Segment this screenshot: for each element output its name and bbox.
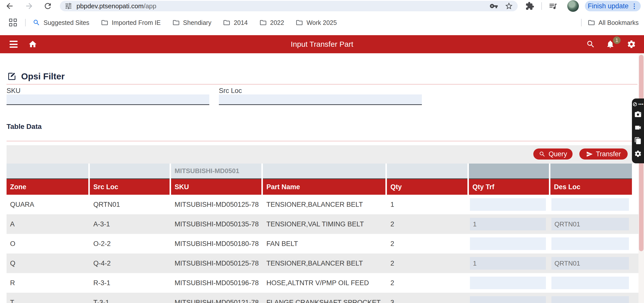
table-cell: T-3-1 (90, 293, 170, 303)
column-filter-input[interactable] (469, 164, 549, 179)
des-loc-input[interactable]: QRTN01 (551, 257, 629, 270)
screenshot-camera-icon[interactable] (634, 108, 642, 121)
site-settings-icon[interactable] (64, 2, 72, 10)
table-cell: MITSUBISHI-MD050135-78 (171, 214, 261, 234)
table-cell: TENSIONER,BALANCER BELT (263, 195, 385, 214)
sku-input[interactable] (7, 94, 209, 105)
table-row[interactable]: OO-2-2MITSUBISHI-MD050180-78FAN BELT2 (7, 234, 638, 254)
column-filter-input[interactable] (263, 164, 385, 179)
query-button-label: Query (549, 150, 567, 158)
table-cell: R (7, 273, 88, 293)
table-cell: MITSUBISHI-MD050125-78 (171, 195, 261, 214)
media-controls-icon[interactable] (548, 2, 557, 11)
table-cell: MITSUBISHI-MD050180-78 (171, 234, 261, 254)
bookmark-item[interactable]: Suggested Sites (33, 19, 89, 26)
column-header[interactable]: Des Loc (550, 179, 632, 195)
qty-trf-input[interactable] (470, 198, 546, 211)
bookmark-item[interactable]: Imported From IE (101, 19, 161, 26)
forward-icon[interactable] (25, 2, 34, 11)
bookmark-label: Work 2025 (306, 19, 337, 26)
column-header[interactable]: SKU (171, 179, 261, 195)
password-key-icon[interactable] (490, 2, 498, 10)
bookmark-items: Suggested SitesImported From IEShendiary… (33, 12, 337, 33)
qty-trf-input[interactable]: 1 (470, 218, 546, 230)
table-cell: HOSE,ALTNTR V/PMP OIL FEED (263, 273, 385, 293)
folder-icon (259, 19, 267, 26)
column-filter-input[interactable] (7, 164, 88, 179)
bookmark-item[interactable]: Work 2025 (296, 19, 337, 26)
search-icon[interactable] (586, 40, 595, 49)
qty-trf-input[interactable] (470, 277, 546, 289)
table-cell: 2 (387, 254, 467, 273)
bookmark-label: Imported From IE (112, 19, 161, 26)
column-filter-input[interactable] (387, 164, 467, 179)
copy-pages-icon[interactable] (634, 134, 642, 147)
table-cell: T (7, 293, 88, 303)
table-cell: A (7, 214, 88, 234)
settings-gear-icon[interactable] (627, 40, 636, 49)
bookmark-item[interactable]: Shendiary (172, 19, 212, 26)
address-bar[interactable]: pbpdev.ptsenopati.com/app (60, 1, 518, 11)
table-row[interactable]: QQ-4-2MITSUBISHI-MD050125-78TENSIONER,BA… (7, 254, 638, 273)
des-loc-input[interactable] (551, 237, 629, 250)
transfer-button[interactable]: Transfer (579, 148, 628, 160)
column-filter-input[interactable]: MITSUBISHI-MD0501 (171, 164, 261, 179)
back-icon[interactable] (5, 2, 14, 11)
all-bookmarks-button[interactable]: All Bookmarks (588, 12, 639, 33)
table-cell: O-2-2 (90, 234, 170, 254)
bookmark-item[interactable]: 2014 (223, 19, 248, 26)
des-loc-input[interactable] (551, 198, 629, 211)
query-button[interactable]: Query (533, 148, 573, 160)
srcloc-field-label: Src Loc (219, 87, 242, 95)
table-cell: FLANGE.CRANKSHAFT SPROCKET (263, 293, 385, 303)
table-cell: FAN BELT (263, 234, 385, 254)
table-row[interactable]: RR-3-1MITSUBISHI-MD050196-78HOSE,ALTNTR … (7, 273, 638, 293)
bookmark-star-icon[interactable] (505, 2, 513, 10)
menu-hamburger-icon[interactable] (10, 41, 18, 48)
column-filter-input[interactable] (90, 164, 170, 179)
profile-avatar[interactable] (567, 0, 579, 12)
des-loc-input[interactable] (551, 296, 629, 303)
sku-field-label: SKU (7, 87, 21, 95)
home-icon[interactable] (28, 40, 37, 49)
table-cell: 2 (387, 234, 467, 254)
column-header[interactable]: Part Name (263, 179, 385, 195)
browser-menu-icon[interactable]: ⋮ (631, 2, 638, 10)
table-cell: Q (7, 254, 88, 273)
apps-grid-icon[interactable] (9, 19, 17, 27)
extension-settings-gear-icon[interactable] (634, 147, 642, 160)
des-loc-input[interactable] (551, 277, 629, 289)
qty-trf-input[interactable] (470, 296, 546, 303)
bookmark-item[interactable]: 2022 (259, 19, 284, 26)
record-video-icon[interactable] (634, 121, 642, 134)
column-header[interactable]: Src Loc (90, 179, 170, 195)
extensions-icon[interactable] (525, 2, 534, 11)
app-header: Input Transfer Part (0, 35, 644, 53)
table-row[interactable]: TT-3-1MITSUBISHI-MD050121-78FLANGE.CRANK… (7, 293, 638, 303)
edit-icon (7, 72, 17, 81)
finish-update-button[interactable]: Finish update ⋮ (585, 1, 641, 11)
extension-logo-icon[interactable]: ••• (632, 100, 644, 108)
des-loc-input[interactable]: QRTN01 (551, 218, 629, 230)
column-header[interactable]: Zone (7, 179, 88, 195)
transfer-button-label: Transfer (596, 150, 621, 158)
table-cell: QRTN01 (90, 195, 170, 214)
table-row[interactable]: AA-3-1MITSUBISHI-MD050135-78TENSIONER,VA… (7, 214, 638, 234)
column-header[interactable]: Qty Trf (469, 179, 549, 195)
qty-trf-input[interactable]: 1 (470, 257, 546, 270)
column-filter-input[interactable] (550, 164, 632, 179)
folder-icon (588, 19, 595, 26)
table-cell: 2 (387, 273, 467, 293)
column-header[interactable]: Qty (387, 179, 467, 195)
reload-icon[interactable] (43, 2, 52, 11)
qty-trf-input[interactable] (470, 237, 546, 250)
page-title: Input Transfer Part (291, 35, 353, 53)
url-text: pbpdev.ptsenopati.com/app (76, 2, 156, 10)
screenshot-extension-toolbar: ••• (632, 98, 644, 163)
srcloc-input[interactable] (219, 94, 422, 105)
table-section-heading: Table Data (7, 123, 42, 131)
extension-more-icon[interactable]: ••• (638, 102, 644, 107)
table-row[interactable]: QUARAQRTN01MITSUBISHI-MD050125-78TENSION… (7, 195, 638, 214)
filter-section-heading: Opsi Filter (7, 71, 65, 81)
bookmark-label: Suggested Sites (44, 19, 89, 26)
